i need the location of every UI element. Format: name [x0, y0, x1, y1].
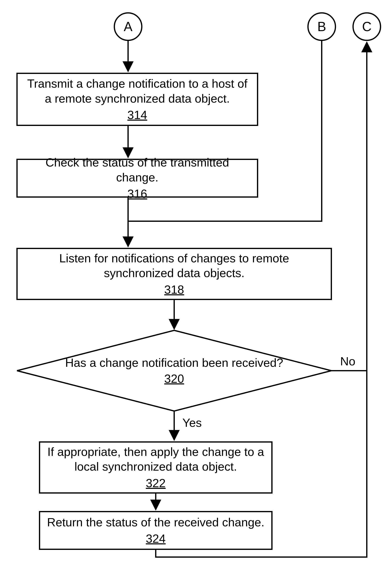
decision-320-text: Has a change notification been received?	[65, 355, 283, 370]
step-314: Transmit a change notification to a host…	[16, 73, 258, 126]
step-318-text: Listen for notifications of changes to r…	[24, 251, 325, 281]
connector-b-label: B	[317, 19, 326, 34]
step-316-text: Check the status of the transmitted chan…	[24, 155, 251, 185]
connector-a-label: A	[124, 19, 132, 34]
step-318: Listen for notifications of changes to r…	[16, 248, 332, 300]
connector-c-label: C	[362, 19, 371, 34]
step-316-ref: 316	[128, 186, 147, 201]
decision-320-ref: 320	[164, 371, 184, 386]
decision-320: Has a change notification been received?…	[16, 330, 332, 412]
step-324-ref: 324	[146, 531, 166, 546]
step-316: Check the status of the transmitted chan…	[16, 159, 258, 198]
step-314-text: Transmit a change notification to a host…	[24, 76, 251, 106]
connector-b: B	[307, 12, 336, 41]
step-322: If appropriate, then apply the change to…	[39, 441, 273, 494]
branch-yes-label: Yes	[182, 416, 202, 429]
connector-a: A	[114, 12, 143, 41]
step-322-ref: 322	[146, 476, 166, 491]
flowchart-canvas: A B C Transmit a change notification to …	[0, 0, 392, 563]
branch-no-label: No	[340, 354, 355, 368]
step-314-ref: 314	[128, 107, 147, 122]
step-318-ref: 318	[164, 282, 184, 297]
step-322-text: If appropriate, then apply the change to…	[46, 444, 265, 474]
connector-c: C	[353, 12, 381, 41]
step-324: Return the status of the received change…	[39, 511, 273, 550]
step-324-text: Return the status of the received change…	[47, 515, 264, 530]
